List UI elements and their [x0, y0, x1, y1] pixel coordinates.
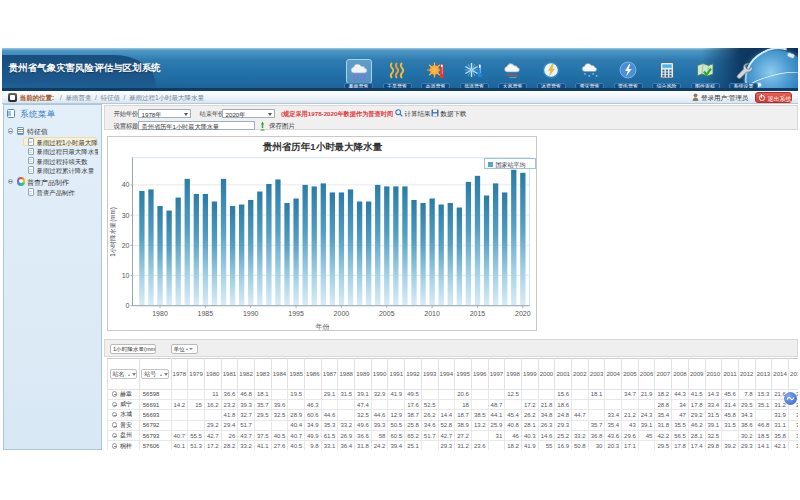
- svg-text:2000: 2000: [334, 310, 350, 317]
- svg-text:10: 10: [122, 272, 130, 279]
- svg-text:1980: 1980: [152, 310, 168, 317]
- svg-text:*: *: [595, 74, 598, 80]
- svg-text:0: 0: [126, 302, 130, 309]
- svg-text:1985: 1985: [198, 310, 214, 317]
- svg-text:2015: 2015: [470, 310, 486, 317]
- svg-text:1990: 1990: [243, 310, 259, 317]
- svg-text:30: 30: [122, 211, 130, 218]
- svg-text:2020: 2020: [515, 310, 531, 317]
- svg-text:1995: 1995: [288, 310, 304, 317]
- svg-text:40: 40: [122, 181, 130, 188]
- svg-text:*: *: [587, 74, 590, 80]
- svg-text:*: *: [583, 72, 586, 78]
- svg-text:20: 20: [122, 242, 130, 249]
- svg-text:2010: 2010: [424, 310, 440, 317]
- svg-text:2005: 2005: [379, 310, 395, 317]
